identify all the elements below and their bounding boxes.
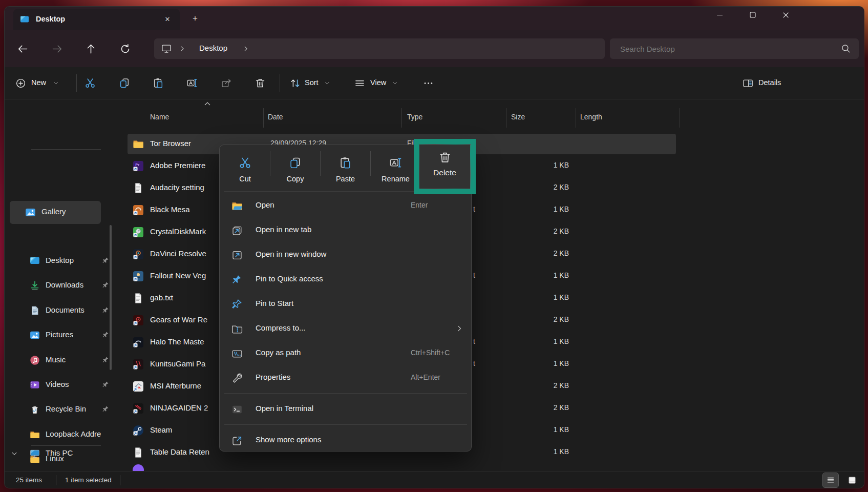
tab-desktop[interactable]: Desktop ✕ (13, 9, 180, 30)
view-button[interactable]: View (352, 74, 405, 92)
details-view-toggle[interactable] (823, 473, 838, 487)
sidebar-scrollbar[interactable] (110, 225, 112, 370)
sidebar-item-label: Desktop (46, 256, 74, 264)
delete-highlight-annotation[interactable]: Delete (414, 139, 476, 194)
column-divider[interactable] (680, 108, 680, 128)
minimize-button[interactable] (708, 7, 731, 23)
column-header-length[interactable]: Length (580, 113, 602, 121)
column-divider[interactable] (576, 108, 576, 128)
sidebar-item-videos[interactable]: Videos (10, 374, 110, 396)
menu-item-show-more-options[interactable]: Show more options (222, 428, 470, 453)
column-divider[interactable] (506, 108, 506, 128)
refresh-button[interactable] (117, 40, 133, 57)
sidebar-item-recycle-bin[interactable]: Recycle Bin (10, 399, 110, 420)
tab-close-icon[interactable]: ✕ (161, 13, 174, 26)
menu-item-open-in-new-tab[interactable]: Open in new tab (222, 218, 470, 243)
menu-item-shortcut: Alt+Enter (411, 373, 440, 381)
breadcrumb[interactable]: Desktop (154, 38, 605, 59)
context-menu-rename-button[interactable]: Rename (371, 148, 420, 193)
context-menu-cut-button[interactable]: Cut (220, 148, 270, 193)
file-name: Audacity setting (150, 183, 204, 192)
cut-button[interactable] (82, 75, 98, 91)
sort-button[interactable]: Sort (287, 74, 338, 92)
menu-item-open-in-new-window[interactable]: Open in new window (222, 243, 470, 268)
rename-button[interactable] (184, 75, 200, 91)
share-button (219, 75, 234, 91)
menu-item-open-in-terminal[interactable]: Open in Terminal (222, 397, 470, 422)
sidebar-item-loopback-addre[interactable]: Loopback Addre (10, 424, 110, 445)
sidebar-item-documents[interactable]: Documents (10, 300, 110, 321)
pictures-icon (30, 330, 40, 340)
menu-item-pin-to-start[interactable]: Pin to Start (222, 292, 470, 317)
delete-button[interactable] (252, 75, 268, 91)
sidebar-item-desktop[interactable]: Desktop (10, 250, 110, 272)
column-header-name[interactable]: Name (150, 113, 169, 121)
search-input[interactable] (610, 38, 859, 59)
sidebar-item-downloads[interactable]: Downloads (10, 275, 110, 296)
forward-button[interactable] (49, 40, 65, 57)
menu-item-label: Pin to Start (256, 299, 293, 308)
details-pane-button[interactable]: Details (740, 74, 801, 92)
file-type-fragment: t (473, 359, 475, 367)
msi-shortcut-icon (133, 381, 144, 392)
sort-ascending-caret (204, 101, 211, 106)
command-label: Rename (371, 175, 420, 183)
menu-divider (224, 393, 467, 394)
column-header-type[interactable]: Type (407, 113, 422, 121)
svg-text:Pr: Pr (135, 162, 139, 167)
sidebar-item-label: Recycle Bin (46, 404, 86, 413)
sidebar-item-this-pc[interactable]: This PC (10, 443, 110, 464)
open-new-window-icon (231, 250, 243, 261)
column-divider[interactable] (263, 108, 264, 128)
sidebar-item-label: Videos (46, 380, 69, 388)
videos-icon (30, 380, 40, 390)
paste-button[interactable] (151, 75, 166, 91)
up-button[interactable] (82, 40, 99, 57)
partially-visible-file-icon (133, 464, 144, 471)
details-button-label: Details (758, 78, 781, 87)
more-options-button[interactable] (420, 75, 436, 91)
close-window-button[interactable] (774, 7, 797, 23)
status-divider (120, 475, 120, 485)
copy-path-icon (231, 348, 243, 359)
command-toolbar: New Sort View Details (5, 67, 864, 99)
pin-icon (102, 356, 110, 364)
maximize-button[interactable] (742, 7, 764, 23)
column-header-size[interactable]: Size (511, 113, 525, 121)
sidebar-item-pictures[interactable]: Pictures (10, 324, 110, 346)
items-count: 25 items (16, 476, 42, 484)
premiere-shortcut-icon: Pr (133, 160, 144, 172)
context-menu-delete-button[interactable]: Delete (419, 145, 470, 189)
menu-item-properties[interactable]: PropertiesAlt+Enter (222, 366, 470, 391)
halo-shortcut-icon (133, 337, 144, 348)
file-size: 2 KB (538, 249, 569, 257)
sidebar-divider (31, 149, 101, 150)
back-button[interactable] (14, 40, 31, 57)
sidebar-item-music[interactable]: Music (10, 350, 110, 371)
breadcrumb-segment-desktop[interactable]: Desktop (199, 44, 227, 52)
column-header-date[interactable]: Date (268, 113, 283, 121)
sidebar-item-gallery[interactable]: Gallery (10, 201, 101, 224)
file-size: 1 KB (538, 271, 569, 279)
sort-button-label: Sort (305, 78, 319, 87)
menu-item-open[interactable]: OpenEnter (222, 194, 470, 218)
pin-outline-icon (231, 299, 243, 310)
context-menu-copy-button[interactable]: Copy (270, 148, 320, 193)
copy-button[interactable] (117, 75, 132, 91)
large-icons-view-toggle[interactable] (844, 473, 860, 487)
chevron-down-icon[interactable] (11, 450, 18, 457)
file-size: 1 KB (538, 337, 569, 345)
search-box[interactable] (610, 38, 859, 59)
file-name: KunitsuGami Pa (150, 359, 205, 368)
steam-shortcut-icon (133, 425, 144, 436)
menu-item-label: Compress to... (256, 323, 306, 332)
column-divider[interactable] (401, 108, 402, 128)
menu-item-pin-to-quick-access[interactable]: Pin to Quick access (222, 268, 470, 292)
menu-item-compress-to[interactable]: Compress to... (222, 317, 470, 341)
documents-icon (30, 305, 40, 316)
menu-item-copy-as-path[interactable]: Copy as pathCtrl+Shift+C (222, 341, 470, 366)
new-tab-button[interactable]: + (188, 12, 202, 25)
context-menu-paste-button[interactable]: Paste (321, 148, 370, 193)
pin-icon (102, 306, 110, 314)
terminal-icon (231, 404, 243, 415)
